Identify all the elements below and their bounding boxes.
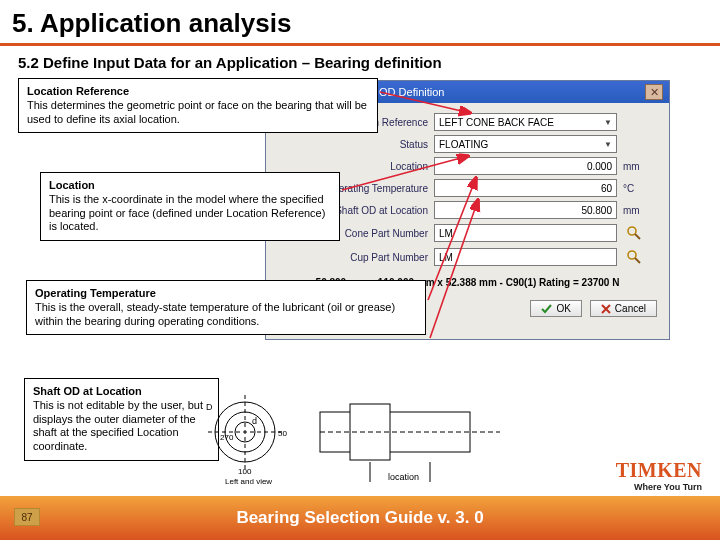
diagram-dim-100: 100 xyxy=(238,467,252,476)
callout-location: Location This is the x-coordinate in the… xyxy=(40,172,340,241)
cancel-label: Cancel xyxy=(615,303,646,314)
chevron-down-icon: ▼ xyxy=(604,118,612,127)
logo-tagline: Where You Turn xyxy=(616,482,702,492)
timken-logo: TIMKEN xyxy=(616,459,702,482)
field-cone[interactable]: LM xyxy=(434,224,617,242)
callout-optemp: Operating Temperature This is the overal… xyxy=(26,280,426,335)
slide-title: 5. Application analysis xyxy=(0,0,720,43)
callout-locref: Location Reference This determines the g… xyxy=(18,78,378,133)
cancel-button[interactable]: Cancel xyxy=(590,300,657,317)
diagram-dim-50: 50 xyxy=(278,429,287,438)
unit-location: mm xyxy=(623,161,657,172)
unit-shaftod: mm xyxy=(623,205,657,216)
field-cup[interactable]: LM xyxy=(434,248,617,266)
check-icon xyxy=(541,303,552,314)
callout-location-body: This is the x-coordinate in the model wh… xyxy=(49,193,325,233)
svg-line-1 xyxy=(635,234,640,239)
value-status: FLOATING xyxy=(439,139,488,150)
field-optemp[interactable]: 60 xyxy=(434,179,617,197)
field-status[interactable]: FLOATING▼ xyxy=(434,135,617,153)
diagram-dim-270: 270 xyxy=(220,433,234,442)
page-number: 87 xyxy=(14,508,40,526)
callout-shaftod-body: This is not editable by the user, but di… xyxy=(33,399,203,452)
unit-optemp: °C xyxy=(623,183,657,194)
diagram-label-d: d xyxy=(252,416,257,426)
close-icon[interactable]: ✕ xyxy=(645,84,663,100)
field-shaftod: 50.800 xyxy=(434,201,617,219)
search-icon[interactable] xyxy=(623,223,645,243)
diagram-location-label: location xyxy=(388,472,419,482)
label-cup: Cup Part Number xyxy=(278,252,428,263)
shaft-diagram: D d 270 50 100 Left and view location xyxy=(200,390,510,485)
callout-shaftod: Shaft OD at Location This is not editabl… xyxy=(24,378,219,461)
slide-subtitle: 5.2 Define Input Data for an Application… xyxy=(0,52,720,79)
field-location[interactable]: 0.000 xyxy=(434,157,617,175)
ok-button[interactable]: OK xyxy=(530,300,581,317)
footer-band: Bearing Selection Guide v. 3. 0 xyxy=(0,496,720,540)
search-icon[interactable] xyxy=(623,247,645,267)
diagram-label-D: D xyxy=(206,402,213,412)
chevron-down-icon: ▼ xyxy=(604,140,612,149)
logo-block: TIMKEN Where You Turn xyxy=(616,459,702,492)
title-rule xyxy=(0,43,720,46)
diagram-leftview: Left and view xyxy=(225,477,272,485)
label-location: Location xyxy=(278,161,428,172)
ok-label: OK xyxy=(556,303,570,314)
x-icon xyxy=(601,304,611,314)
field-locref[interactable]: LEFT CONE BACK FACE▼ xyxy=(434,113,617,131)
callout-locref-body: This determines the geometric point or f… xyxy=(27,99,367,125)
label-status: Status xyxy=(278,139,428,150)
svg-point-2 xyxy=(628,251,636,259)
callout-optemp-head: Operating Temperature xyxy=(35,287,156,299)
callout-optemp-body: This is the overall, steady-state temper… xyxy=(35,301,395,327)
value-locref: LEFT CONE BACK FACE xyxy=(439,117,554,128)
callout-location-head: Location xyxy=(49,179,95,191)
callout-shaftod-head: Shaft OD at Location xyxy=(33,385,142,397)
footer-title: Bearing Selection Guide v. 3. 0 xyxy=(236,508,483,528)
callout-locref-head: Location Reference xyxy=(27,85,129,97)
svg-point-0 xyxy=(628,227,636,235)
svg-line-3 xyxy=(635,258,640,263)
